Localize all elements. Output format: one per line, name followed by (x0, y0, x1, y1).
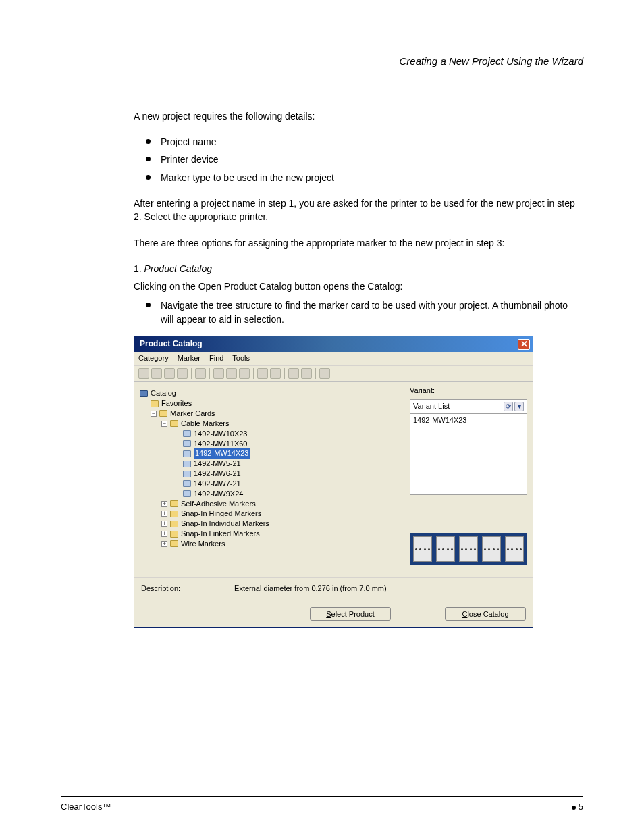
toolbar-icon[interactable] (257, 368, 268, 379)
folder-icon (170, 500, 178, 507)
menu-marker[interactable]: Marker (178, 354, 200, 362)
folder-icon (170, 521, 178, 527)
folder-icon (159, 410, 167, 417)
expand-icon[interactable]: + (161, 501, 167, 507)
select-product-button[interactable]: Select Product (310, 607, 391, 621)
tree-marker-cards[interactable]: Marker Cards (170, 409, 215, 419)
printer-paragraph: After entering a project name in step 1,… (134, 197, 583, 224)
marker-options-paragraph: There are three options for assigning th… (134, 236, 583, 250)
bullet-project-name: Project name (146, 135, 583, 149)
toolbar-icon[interactable] (301, 368, 312, 379)
running-head: Creating a New Project Using the Wizard (61, 54, 583, 69)
toolbar-icon[interactable] (319, 368, 330, 379)
expand-icon[interactable]: + (161, 521, 167, 527)
leaf-icon (183, 450, 191, 457)
folder-icon (151, 400, 159, 407)
close-catalog-button[interactable]: Close Catalog (445, 607, 526, 621)
variant-list-label: Variant List (413, 401, 450, 412)
tree-favorites[interactable]: Favorites (161, 398, 192, 409)
toolbar-separator (284, 368, 285, 379)
window-title: Product Catalog (140, 338, 203, 350)
tree-folder[interactable]: Snap-In Individual Markers (181, 519, 269, 529)
intro-text: A new project requires the following det… (134, 109, 583, 123)
expand-icon[interactable]: + (161, 531, 167, 537)
folder-icon (170, 531, 178, 538)
variant-refresh-icon[interactable]: ⟳ (504, 402, 513, 411)
step-1-body: Clicking on the Open Product Catalog but… (134, 280, 583, 293)
intro-bullets: Project name Printer device Marker type … (146, 135, 583, 184)
toolbar-icon[interactable] (270, 368, 281, 379)
page-footer: ClearTools™ 5 (61, 796, 583, 814)
product-preview (410, 533, 527, 565)
toolbar-icon[interactable] (226, 368, 237, 379)
footer-product-name: ClearTools™ (61, 801, 111, 814)
menu-category[interactable]: Category (138, 354, 169, 362)
toolbar-separator (191, 368, 192, 379)
folder-icon (170, 420, 178, 427)
step-1-bullet: Navigate the tree structure to find the … (146, 298, 583, 326)
toolbar-icon[interactable] (195, 368, 206, 379)
tree-folder[interactable]: Snap-In Hinged Markers (181, 509, 261, 519)
bullet-marker-type: Marker type to be used in the new projec… (146, 171, 583, 184)
toolbar-icon[interactable] (138, 368, 149, 379)
toolbar-separator (253, 368, 254, 379)
description-row: Description: External diameter from 0.27… (134, 577, 533, 600)
page-number: 5 (579, 802, 583, 812)
toolbar-separator (315, 368, 316, 379)
toolbar-separator (209, 368, 210, 379)
bullet-printer-device: Printer device (146, 153, 583, 166)
toolbar-icon[interactable] (151, 368, 162, 379)
titlebar: Product Catalog ✕ (134, 336, 533, 352)
menubar: Category Marker Find Tools (134, 352, 533, 366)
collapse-icon[interactable]: − (161, 421, 167, 427)
variant-down-icon[interactable]: ▾ (514, 402, 524, 411)
variant-list[interactable]: 1492-MW14X23 (410, 414, 527, 495)
tree-item[interactable]: 1492-MW5-21 (194, 459, 241, 469)
tree-item[interactable]: 1492-MW10X23 (194, 429, 248, 439)
leaf-icon (183, 440, 191, 447)
tree-folder[interactable]: Snap-In Linked Markers (181, 529, 260, 539)
toolbar-icon[interactable] (177, 368, 188, 379)
variant-list-item[interactable]: 1492-MW14X23 (413, 415, 524, 426)
expand-icon[interactable]: + (161, 541, 167, 547)
leaf-icon (183, 430, 191, 437)
toolbar-icon[interactable] (239, 368, 250, 379)
toolbar-icon[interactable] (213, 368, 224, 379)
leaf-icon (183, 480, 191, 487)
toolbar-icon[interactable] (164, 368, 175, 379)
menu-tools[interactable]: Tools (232, 354, 250, 362)
menu-find[interactable]: Find (209, 354, 223, 362)
folder-icon (170, 511, 178, 517)
description-label: Description: (141, 583, 180, 594)
tree-item[interactable]: 1492-MW11X60 (194, 439, 248, 449)
folder-icon (170, 540, 178, 547)
product-catalog-window: Product Catalog ✕ Category Marker Find T… (134, 336, 533, 628)
leaf-icon (183, 461, 191, 467)
tree-folder[interactable]: Wire Markers (181, 539, 225, 549)
collapse-icon[interactable]: − (151, 411, 157, 417)
page-bullet-icon (572, 806, 576, 810)
close-icon[interactable]: ✕ (518, 339, 530, 350)
description-value: External diameter from 0.276 in (from 7.… (234, 583, 387, 594)
step-1: 1. Product Catalog Clicking on the Open … (134, 262, 583, 326)
tree-item[interactable]: 1492-MW6-21 (194, 469, 241, 479)
tree-item[interactable]: 1492-MW7-21 (194, 479, 241, 489)
variant-label: Variant: (410, 386, 527, 396)
toolbar (134, 366, 533, 382)
tree-cable-markers[interactable]: Cable Markers (181, 419, 230, 429)
variant-list-header: Variant List ⟳ ▾ (410, 399, 527, 414)
leaf-icon (183, 490, 191, 497)
folder-icon (140, 390, 148, 397)
leaf-icon (183, 471, 191, 477)
tree-folder[interactable]: Self-Adhesive Markers (181, 499, 256, 509)
toolbar-icon[interactable] (288, 368, 299, 379)
step-1-title: Product Catalog (144, 263, 212, 274)
expand-icon[interactable]: + (161, 511, 167, 517)
tree-item-selected[interactable]: 1492-MW14X23 (194, 448, 250, 459)
tree-root[interactable]: Catalog (151, 388, 176, 398)
catalog-tree[interactable]: Catalog Favorites −Marker Cards −Cable M… (140, 388, 399, 549)
step-1-number: 1. (134, 263, 144, 274)
tree-item[interactable]: 1492-MW9X24 (194, 489, 243, 499)
